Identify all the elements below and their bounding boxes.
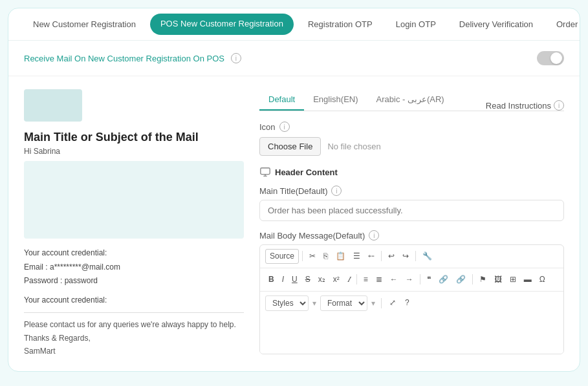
rte-toolbar-row1: Source ✂ ⎘ 📋 ☰ ⤌ ↩ ↪ 🔧 [260,245,563,268]
rte-format-select[interactable]: Format [320,295,367,311]
lang-tab-default[interactable]: Default [259,89,304,111]
preview-brand: SamMart [24,345,244,358]
rte-bold-btn[interactable]: B [265,272,278,287]
preview-credentials: Your account credential: Email : a******… [24,246,244,288]
rte-italic-btn[interactable]: I [279,272,287,287]
tab-bar: New Customer Registration POS New Custom… [8,8,580,41]
lang-tab-arabic[interactable]: Arabic - عربى(AR) [367,89,453,111]
rte-copy-btn[interactable]: ⎘ [320,249,331,264]
preview-greeting: Hi Sabrina [24,147,244,156]
rte-blockquote-btn[interactable]: ❝ [424,272,434,287]
choose-file-button[interactable]: Choose File [259,137,321,156]
tab-registration-otp[interactable]: Registration OTP [296,9,384,39]
rte-sep6 [472,274,473,284]
rte-sep4 [356,274,357,284]
header-content-label: Header Content [275,167,338,177]
tab-delivery-verification[interactable]: Delivery Verification [448,9,545,39]
rte-indent-btn[interactable]: → [402,272,417,287]
rte-strike-btn[interactable]: S [302,272,314,287]
rte-ul-btn[interactable]: ≣ [373,272,386,287]
rte-link-btn[interactable]: 🔗 [435,272,452,287]
tab-new-customer[interactable]: New Customer Registration [21,9,147,39]
rte-table-btn[interactable]: ⊞ [506,272,519,287]
rte-sep3 [415,251,416,261]
rte-paste-word-btn[interactable]: ⤌ [365,249,378,264]
rte-underline-btn[interactable]: U [289,272,301,287]
rte-expand-btn[interactable]: ⤢ [386,295,399,310]
rte-undo-btn[interactable]: ↩ [385,249,398,264]
rte-outdent-btn[interactable]: ← [387,272,401,287]
form-panel: Default English(EN) Arabic - عربى(AR) Re… [259,89,564,358]
rte-sep5 [420,274,420,284]
preview-title: Main Title or Subject of the Mail [24,131,244,144]
read-instructions-info-icon[interactable]: i [554,100,564,111]
rte-help-btn[interactable]: ? [402,295,413,310]
rte-find-btn[interactable]: 🔧 [419,249,435,264]
preview-body-placeholder [24,161,244,239]
main-title-label-text: Main Title(Default) [259,186,327,196]
lang-tabs: Default English(EN) Arabic - عربى(AR) Re… [259,89,564,111]
mail-body-label-text: Mail Body Message(Default) [259,231,365,241]
rte-removeformat-btn[interactable]: 𝐼 [344,272,353,287]
rte-toolbar-row3: Styles ▾ Format ▾ ⤢ ? [260,292,563,315]
rte-redo-btn[interactable]: ↪ [399,249,412,264]
tab-order-placement[interactable]: Order Placement [545,9,580,39]
monitor-icon [259,166,271,178]
icon-info-icon[interactable]: i [279,122,290,132]
rte-paste-btn[interactable]: 📋 [332,249,349,264]
toggle-switch[interactable] [537,51,564,65]
toggle-label: Receive Mail On New Customer Registratio… [24,54,224,63]
preview-thanks: Thanks & Regards, [24,332,244,345]
svg-rect-0 [261,168,270,175]
preview-divider [24,312,244,313]
rte-sep1 [302,251,303,261]
rte-source-btn[interactable]: Source [265,249,299,264]
preview-panel: Main Title or Subject of the Mail Hi Sab… [24,89,244,358]
main-title-info-icon[interactable]: i [331,186,342,196]
tab-login-otp[interactable]: Login OTP [384,9,448,39]
toggle-section: Receive Mail On New Customer Registratio… [8,41,580,76]
rte-sep7 [381,298,382,308]
tab-pos-new-customer[interactable]: POS New Customer Registration [150,14,294,35]
header-content-section: Header Content [259,166,564,178]
rte-hr-btn[interactable]: ▬ [521,272,535,287]
rte-unlink-btn[interactable]: 🔗 [453,272,469,287]
rte-cut-btn[interactable]: ✂ [306,249,319,264]
rte-body[interactable] [260,315,563,354]
rte-ol-btn[interactable]: ≡ [360,272,371,287]
icon-field-label: Icon i [259,122,564,132]
rich-text-editor: Source ✂ ⎘ 📋 ☰ ⤌ ↩ ↪ 🔧 B I U [259,244,564,354]
read-instructions-link[interactable]: Read Instructions i [486,100,564,111]
credentials-header: Your account credential: [24,246,244,261]
info-icon[interactable]: i [231,53,241,63]
rte-paste-text-btn[interactable]: ☰ [350,249,364,264]
file-input-row: Choose File No file chosen [259,137,564,156]
main-content: Main Title or Subject of the Mail Hi Sab… [8,76,580,371]
rte-styles-select[interactable]: Styles [265,295,309,311]
mail-body-info-icon[interactable]: i [369,230,379,241]
lang-tab-english[interactable]: English(EN) [304,89,367,111]
rte-superscript-btn[interactable]: x² [330,272,343,287]
preview-footer: Please contact us for any queries we're … [24,318,244,358]
main-title-label: Main Title(Default) i [259,186,564,196]
rte-sep2 [381,251,382,261]
read-instructions-label: Read Instructions [486,101,551,111]
rte-toolbar-row2: B I U S x₂ x² 𝐼 ≡ ≣ ← → ❝ 🔗 🔗 [260,268,563,292]
rte-special-char-btn[interactable]: Ω [536,272,549,287]
no-file-text: No file chosen [327,142,380,151]
preview-credentials2: Your account credential: [24,294,244,308]
rte-image-btn[interactable]: 🖼 [491,272,505,287]
rte-subscript-btn[interactable]: x₂ [315,272,329,287]
preview-contact: Please contact us for any queries we're … [24,318,244,331]
preview-logo-placeholder [24,89,82,122]
main-title-input[interactable] [259,200,564,221]
credentials-header2: Your account credential: [24,294,244,308]
preview-email: Email : a*********@mail.com [24,261,244,275]
preview-password: Password : password [24,274,244,288]
icon-label-text: Icon [259,122,276,132]
rte-anchor-btn[interactable]: ⚑ [476,272,490,287]
mail-body-label: Mail Body Message(Default) i [259,230,564,241]
